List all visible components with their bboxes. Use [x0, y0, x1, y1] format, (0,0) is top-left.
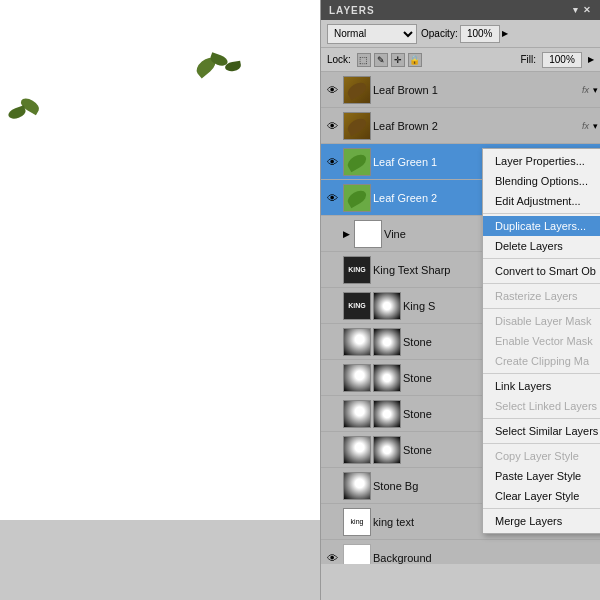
menu-item-label: Copy Layer Style — [495, 450, 579, 462]
layer-thumbnail — [343, 184, 371, 212]
lock-move-icon[interactable]: ✛ — [391, 53, 405, 67]
panel-close-icon[interactable]: ✕ — [583, 5, 592, 15]
opacity-label: Opacity: — [421, 28, 458, 39]
fill-input[interactable] — [542, 52, 582, 68]
layer-thumbnail — [354, 220, 382, 248]
panel-collapse-icon[interactable]: ▾ — [573, 5, 579, 15]
menu-item-create-clipping-ma: Create Clipping Ma — [483, 351, 600, 371]
menu-item-label: Delete Layers — [495, 240, 563, 252]
layer-visibility-toggle[interactable]: 👁 — [323, 552, 341, 564]
layer-name-label: Leaf Brown 1 — [373, 84, 580, 96]
lock-label: Lock: — [327, 54, 351, 65]
fill-arrow[interactable]: ▶ — [588, 55, 594, 64]
menu-item-label: Clear Layer Style — [495, 490, 579, 502]
menu-separator — [483, 258, 600, 259]
layer-visibility-toggle[interactable]: 👁 — [323, 192, 341, 204]
layer-thumbnail — [343, 400, 371, 428]
menu-item-enable-vector-mask: Enable Vector Mask — [483, 331, 600, 351]
menu-item-label: Convert to Smart Ob — [495, 265, 596, 277]
layer-mask-thumbnail — [373, 292, 401, 320]
layer-row[interactable]: 👁Leaf Brown 2fx▾ — [321, 108, 600, 144]
menu-item-edit-adjustment...[interactable]: Edit Adjustment... — [483, 191, 600, 211]
menu-separator — [483, 373, 600, 374]
menu-item-disable-layer-mask: Disable Layer Mask — [483, 311, 600, 331]
lock-icons: ⬚ ✎ ✛ 🔒 — [357, 53, 422, 67]
layer-fx-badge: fx — [582, 121, 589, 131]
opacity-arrow[interactable]: ▶ — [502, 29, 508, 38]
layer-thumbnail — [343, 472, 371, 500]
layer-row[interactable]: 👁Leaf Brown 1fx▾ — [321, 72, 600, 108]
layer-thumbnail: KiNG — [343, 256, 371, 284]
leaf-decor-5 — [7, 105, 27, 121]
menu-item-delete-layers[interactable]: Delete Layers — [483, 236, 600, 256]
layer-fx-arrow[interactable]: ▾ — [593, 85, 598, 95]
folder-expand-icon[interactable]: ▶ — [343, 229, 350, 239]
menu-item-clear-layer-style[interactable]: Clear Layer Style — [483, 486, 600, 506]
menu-item-label: Paste Layer Style — [495, 470, 581, 482]
menu-item-merge-layers[interactable]: Merge Layers — [483, 511, 600, 531]
layer-name-label: Leaf Brown 2 — [373, 120, 580, 132]
menu-item-select-linked-layers: Select Linked Layers — [483, 396, 600, 416]
layers-panel-title: LAYERS — [329, 5, 375, 16]
canvas-area — [0, 0, 320, 600]
layer-visibility-toggle[interactable]: 👁 — [323, 156, 341, 168]
menu-separator — [483, 213, 600, 214]
layer-name-label: Background — [373, 552, 598, 564]
menu-separator — [483, 418, 600, 419]
menu-item-label: Blending Options... — [495, 175, 588, 187]
layer-row[interactable]: 👁Background — [321, 540, 600, 564]
layer-fx-arrow[interactable]: ▾ — [593, 121, 598, 131]
menu-item-label: Rasterize Layers — [495, 290, 578, 302]
layer-mask-thumbnail — [373, 328, 401, 356]
menu-item-select-similar-layers[interactable]: Select Similar Layers — [483, 421, 600, 441]
menu-item-label: Select Similar Layers — [495, 425, 598, 437]
blend-mode-select[interactable]: Normal Multiply Screen — [327, 24, 417, 44]
menu-separator — [483, 308, 600, 309]
menu-item-copy-layer-style: Copy Layer Style — [483, 446, 600, 466]
menu-item-label: Link Layers — [495, 380, 551, 392]
canvas-shadow — [0, 520, 320, 600]
menu-item-link-layers[interactable]: Link Layers — [483, 376, 600, 396]
lock-transparent-icon[interactable]: ⬚ — [357, 53, 371, 67]
menu-item-rasterize-layers: Rasterize Layers — [483, 286, 600, 306]
layers-controls-row: Normal Multiply Screen Opacity: 100% ▶ — [321, 20, 600, 48]
menu-separator — [483, 283, 600, 284]
menu-item-label: Disable Layer Mask — [495, 315, 592, 327]
menu-item-label: Enable Vector Mask — [495, 335, 593, 347]
layer-thumbnail — [343, 436, 371, 464]
opacity-control: Opacity: 100% ▶ — [421, 25, 508, 43]
menu-separator — [483, 508, 600, 509]
lock-paint-icon[interactable]: ✎ — [374, 53, 388, 67]
layer-mask-thumbnail — [373, 400, 401, 428]
menu-item-label: Layer Properties... — [495, 155, 585, 167]
layer-thumbnail — [343, 148, 371, 176]
menu-item-duplicate-layers...[interactable]: Duplicate Layers... — [483, 216, 600, 236]
layer-visibility-toggle[interactable]: 👁 — [323, 120, 341, 132]
context-menu: Layer Properties...Blending Options...Ed… — [482, 148, 600, 534]
fill-label: Fill: — [520, 54, 536, 65]
layer-thumbnail — [343, 544, 371, 565]
menu-item-layer-properties...[interactable]: Layer Properties... — [483, 151, 600, 171]
menu-item-paste-layer-style[interactable]: Paste Layer Style — [483, 466, 600, 486]
menu-item-label: Create Clipping Ma — [495, 355, 589, 367]
layer-thumbnail — [343, 328, 371, 356]
menu-item-label: Edit Adjustment... — [495, 195, 581, 207]
menu-item-label: Merge Layers — [495, 515, 562, 527]
menu-item-convert-to-smart-ob[interactable]: Convert to Smart Ob — [483, 261, 600, 281]
lock-all-icon[interactable]: 🔒 — [408, 53, 422, 67]
opacity-input[interactable]: 100% — [460, 25, 500, 43]
menu-item-label: Select Linked Layers — [495, 400, 597, 412]
menu-separator — [483, 443, 600, 444]
layer-thumbnail — [343, 76, 371, 104]
layer-thumbnail: king — [343, 508, 371, 536]
layer-visibility-toggle[interactable]: 👁 — [323, 84, 341, 96]
layers-panel-header: LAYERS ▾ ✕ — [321, 0, 600, 20]
menu-item-blending-options...[interactable]: Blending Options... — [483, 171, 600, 191]
layer-thumbnail: KiNG — [343, 292, 371, 320]
layers-lock-row: Lock: ⬚ ✎ ✛ 🔒 Fill: ▶ — [321, 48, 600, 72]
layer-mask-thumbnail — [373, 364, 401, 392]
menu-item-label: Duplicate Layers... — [495, 220, 586, 232]
layer-thumbnail — [343, 112, 371, 140]
layer-thumbnail — [343, 364, 371, 392]
layer-mask-thumbnail — [373, 436, 401, 464]
